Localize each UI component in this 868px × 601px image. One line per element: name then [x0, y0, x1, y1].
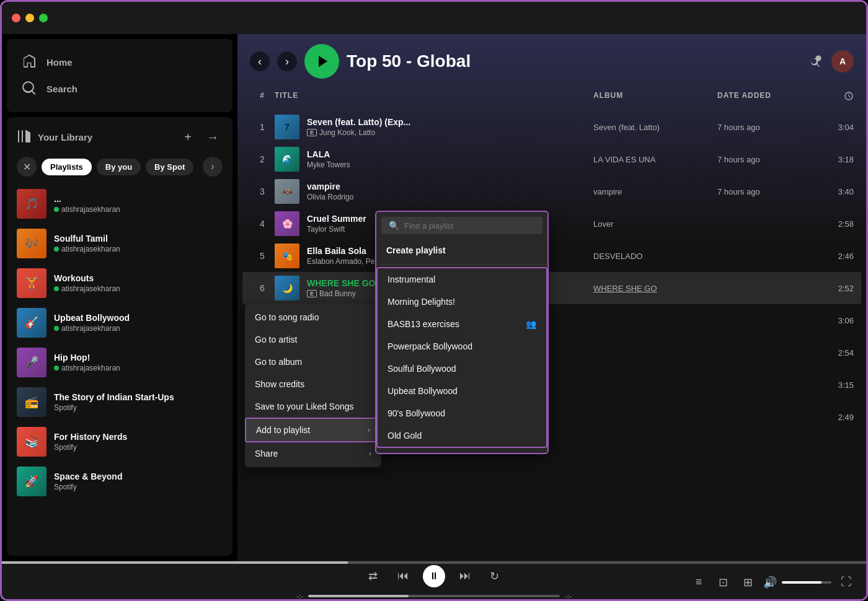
filter-playlists-button[interactable]: Playlists [42, 159, 92, 175]
context-menu-add-to-playlist[interactable]: Add to playlist › [245, 418, 381, 442]
close-button[interactable] [12, 14, 20, 22]
green-dot [54, 326, 59, 331]
volume-icon: 🔊 [763, 576, 777, 589]
playlist-owner: Spotify [54, 443, 223, 452]
context-menu-save-liked[interactable]: Save to your Liked Songs [245, 395, 381, 418]
devices-button[interactable]: ⊡ [714, 572, 733, 592]
player-right: ≡ ⊡ ⊞ 🔊 ⛶ [582, 572, 856, 592]
prev-button[interactable]: ⏮ [393, 566, 413, 586]
sidebar-playlist-item[interactable]: 📻 The Story of Indian Start-Ups Spotify [12, 382, 228, 422]
playlist-owner: atishrajasekharan [54, 364, 223, 372]
track-artist: Olivia Rodrigo [307, 193, 353, 201]
playlist-name: Upbeat Bollywood [54, 313, 223, 323]
filter-close-button[interactable]: ✕ [17, 157, 37, 177]
submenu-playlist-basb13[interactable]: BASB13 exercises 👥 [378, 313, 546, 335]
submenu-playlist-label: Upbeat Bollywood [388, 386, 458, 396]
context-menu-share[interactable]: Share › [245, 442, 381, 465]
sidebar-item-home[interactable]: Home [14, 49, 225, 76]
playlist-thumb: 📻 [17, 387, 46, 417]
track-row[interactable]: 3 🦇 vampire Olivia Rodrigo vampire 7 hou… [242, 175, 861, 208]
user-avatar[interactable]: A [831, 50, 854, 72]
track-thumbnail: 🌊 [275, 147, 299, 172]
repeat-button[interactable]: ↻ [485, 566, 505, 586]
sidebar-playlist-item[interactable]: 🏋️ Workouts atishrajasekharan [12, 263, 228, 303]
titlebar [2, 2, 866, 34]
sidebar-playlist-item[interactable]: 🚀 Space & Beyond Spotify [12, 462, 228, 501]
playlist-info: Hip Hop! atishrajasekharan [54, 353, 223, 372]
progress-bar[interactable] [2, 561, 866, 564]
context-menu-go-to-artist[interactable]: Go to artist [245, 328, 381, 351]
playlist-title: Top 50 - Global [347, 51, 797, 71]
playlist-submenu-list: Instrumental Morning Delights! BASB13 ex… [376, 267, 547, 448]
shuffle-button[interactable]: ⇄ [363, 566, 383, 586]
context-menu-go-to-album[interactable]: Go to album [245, 351, 381, 373]
track-row[interactable]: 1 7 Seven (feat. Latto) (Exp... E Jung K… [242, 111, 861, 143]
submenu-playlist-old-gold[interactable]: Old Gold [378, 424, 546, 447]
sidebar-playlist-item[interactable]: 🎵 ... atishrajasekharan [12, 184, 228, 224]
submenu-playlist-morning-delights[interactable]: Morning Delights! [378, 291, 546, 313]
volume-slider[interactable] [782, 581, 831, 584]
ctx-arrow-icon: › [368, 426, 370, 434]
col-album-header: Album [593, 91, 717, 103]
track-number: 1 [250, 122, 275, 132]
connect-devices-button[interactable]: ⊞ [738, 572, 758, 592]
submenu-playlist-soulful[interactable]: Soulful Bollywood [378, 358, 546, 380]
library-actions: + → [178, 127, 223, 147]
sidebar-playlist-item[interactable]: 🎶 Soulful Tamil atishrajasekharan [12, 224, 228, 263]
ctx-label: Show credits [255, 379, 304, 389]
submenu-playlist-label: Powerpack Bollywood [388, 341, 472, 351]
ctx-label: Save to your Liked Songs [255, 401, 354, 411]
track-album: Lover [593, 219, 717, 229]
track-number: 4 [250, 219, 275, 229]
main-play-button[interactable] [304, 44, 339, 79]
next-button[interactable]: ⏭ [455, 566, 475, 586]
maximize-button[interactable] [39, 14, 48, 22]
track-number: 5 [250, 251, 275, 261]
playlist-info: Workouts atishrajasekharan [54, 273, 223, 293]
nav-forward-button[interactable]: › [277, 51, 297, 71]
playlist-search-input[interactable] [404, 221, 535, 230]
filter-arrow-button[interactable]: › [203, 157, 223, 177]
friends-activity-button[interactable] [804, 50, 826, 72]
context-menu-song-radio[interactable]: Go to song radio [245, 306, 381, 328]
col-date-header: Date added [717, 91, 817, 103]
playlist-info: Soulful Tamil atishrajasekharan [54, 234, 223, 253]
track-duration: 2:54 [817, 348, 854, 358]
submenu-playlist-label: Morning Delights! [388, 297, 455, 307]
pause-button[interactable]: ⏸ [423, 565, 445, 587]
playlist-info: For History Nerds Spotify [54, 432, 223, 452]
group-icon: 👥 [526, 319, 536, 329]
volume-fill [782, 581, 822, 584]
library-add-button[interactable]: + [178, 127, 198, 147]
sidebar-playlist-item[interactable]: 🎤 Hip Hop! atishrajasekharan [12, 343, 228, 382]
track-row[interactable]: 6 🌙 WHERE SHE GOES E Bad Bunny WHERE SHE… [242, 272, 861, 304]
filter-by-you-button[interactable]: By you [97, 159, 141, 175]
track-row[interactable]: 5 🎭 Ella Baila Sola Eslabon Armado, Peso… [242, 240, 861, 272]
fullscreen-button[interactable]: ⛶ [836, 572, 856, 592]
sidebar-playlist-item[interactable]: 🎸 Upbeat Bollywood atishrajasekharan [12, 303, 228, 343]
minimize-button[interactable] [25, 14, 34, 22]
track-row[interactable]: 4 🌸 Cruel Summer Taylor Swift Lover 2:58 [242, 208, 861, 240]
submenu-playlist-upbeat[interactable]: Upbeat Bollywood [378, 380, 546, 402]
library-title[interactable]: Your Library [17, 129, 173, 146]
submenu-playlist-instrumental[interactable]: Instrumental [378, 268, 546, 291]
submenu-playlist-powerpack[interactable]: Powerpack Bollywood [378, 335, 546, 358]
track-row[interactable]: 2 🌊 LALA Myke Towers LA VIDA ES UNA 7 ho… [242, 143, 861, 175]
search-icon [22, 81, 37, 97]
submenu-playlist-90s[interactable]: 90's Bollywood [378, 402, 546, 424]
track-duration: 2:46 [817, 252, 854, 261]
create-playlist-item[interactable]: Create playlist [376, 239, 547, 261]
owner-label: Spotify [54, 483, 77, 491]
nav-back-button[interactable]: ‹ [250, 51, 270, 71]
sidebar-playlist-item[interactable]: 📚 For History Nerds Spotify [12, 422, 228, 462]
library-expand-button[interactable]: → [203, 127, 223, 147]
ctx-label: Add to playlist [256, 425, 310, 435]
track-duration: 3:40 [817, 187, 854, 196]
green-dot [54, 207, 59, 212]
playlist-thumb: 🎸 [17, 308, 46, 338]
sidebar-item-search[interactable]: Search [14, 76, 225, 102]
queue-button[interactable]: ≡ [689, 572, 709, 592]
filter-by-spotify-button[interactable]: By Spot [146, 159, 193, 175]
track-duration: 2:49 [817, 413, 854, 422]
context-menu-show-credits[interactable]: Show credits [245, 373, 381, 395]
